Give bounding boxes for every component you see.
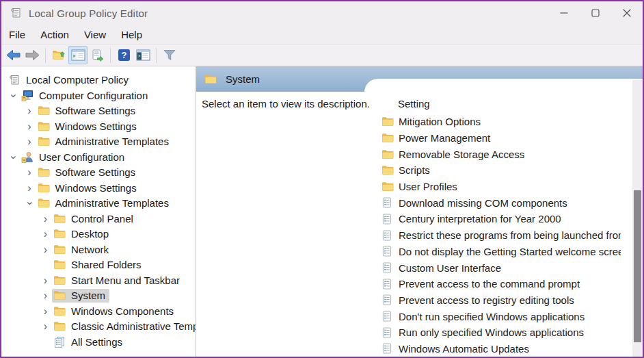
tree-item-label: Local Computer Policy [26,74,129,86]
chevron-right-icon[interactable]: › [23,167,36,178]
list-item-removable-storage-access[interactable]: Removable Storage Access [381,146,621,162]
tree-item-system[interactable]: ›System [1,288,196,304]
scrollbar-thumb[interactable] [634,190,641,342]
tree-item-label: Administrative Templates [55,197,169,209]
list-item-user-profiles[interactable]: User Profiles [381,179,621,195]
tree-item-computer-configuration[interactable]: ›Computer Configuration [1,88,196,104]
chevron-right-icon[interactable]: › [39,244,52,255]
results-pane: System Select an item to view its descri… [196,66,643,357]
chevron-right-icon[interactable]: › [23,121,36,132]
tree-item-software-settings[interactable]: ›Software Settings [1,103,196,119]
console-tree: Local Computer Policy›Computer Configura… [1,73,196,350]
list-item-prevent-access-to-registry-editing-tools[interactable]: Prevent access to registry editing tools [381,292,621,309]
toolbar-separator [110,48,111,63]
back-button[interactable] [3,46,23,64]
up-one-level-icon [52,49,66,61]
policy-icon [8,74,21,86]
export-list-button[interactable] [88,46,107,64]
policy-setting-icon [381,327,394,338]
policy-setting-icon [381,294,394,305]
all-settings-icon [53,336,66,348]
up-one-level-button[interactable] [49,46,68,64]
list-item-custom-user-interface[interactable]: Custom User Interface [381,259,621,276]
chevron-down-icon[interactable]: › [8,89,19,102]
title-bar: Local Group Policy Editor [1,1,643,25]
chevron-right-icon[interactable]: › [23,136,36,147]
tree-item-windows-components[interactable]: ›Windows Components [1,304,196,320]
tree-item-windows-settings[interactable]: ›Windows Settings [1,119,196,135]
folder-icon [53,274,66,286]
chevron-right-icon[interactable]: › [39,275,52,286]
folder-icon [204,74,217,85]
folder-icon [53,290,66,301]
folder-icon [53,320,66,332]
tree-item-network[interactable]: ›Network [1,242,196,258]
list-item-don-t-run-specified-windows-applications[interactable]: Don't run specified Windows applications [381,308,621,324]
list-item-do-not-display-the-getting-started-welcome-screen-at[interactable]: Do not display the Getting Started welco… [381,244,621,260]
list-item-century-interpretation-for-year-2000[interactable]: Century interpretation for Year 2000 [381,211,621,227]
setting-column-header[interactable]: Setting [398,98,430,110]
toolbar-separator [156,48,157,63]
list-item-mitigation-options[interactable]: Mitigation Options [381,114,621,130]
menu-file[interactable]: File [1,27,33,42]
tree-item-desktop[interactable]: ›Desktop [1,227,196,242]
tree-item-label: Windows Components [71,305,174,317]
action-pane-icon [136,49,150,61]
list-item-label: Restrict these programs from being launc… [399,229,621,241]
policy-setting-icon [381,343,394,354]
list-item-label: Power Management [399,132,490,144]
help-button[interactable]: ? [114,46,133,64]
show-hide-console-tree-button[interactable] [68,46,88,64]
chevron-right-icon[interactable]: › [23,105,36,116]
chevron-right-icon[interactable]: › [39,321,52,332]
chevron-down-icon[interactable]: › [8,151,19,164]
list-item-label: Prevent access to registry editing tools [399,294,574,306]
tree-item-content: Windows Settings [36,181,141,195]
policy-setting-icon [381,262,394,273]
tree-item-user-configuration[interactable]: ›User Configuration [1,150,196,166]
tree-item-local-computer-policy[interactable]: Local Computer Policy [1,73,196,88]
filter-button[interactable] [160,46,179,64]
list-item-windows-automatic-updates[interactable]: Windows Automatic Updates [381,341,621,357]
tree-item-all-settings[interactable]: ›All Settings [1,335,196,350]
chevron-right-icon[interactable]: › [39,229,52,240]
vertical-scrollbar[interactable] [632,80,643,357]
chevron-down-icon[interactable]: › [24,197,35,210]
list-item-download-missing-com-components[interactable]: Download missing COM components [381,194,621,211]
folder-icon [53,244,66,255]
list-item-restrict-these-programs-from-being-launched-from-h[interactable]: Restrict these programs from being launc… [381,227,621,244]
close-button[interactable] [611,1,643,25]
list-item-scripts[interactable]: Scripts [381,162,621,179]
chevron-right-icon[interactable]: › [39,306,52,317]
tree-item-windows-settings[interactable]: ›Windows Settings [1,181,196,196]
tree-item-administrative-templates[interactable]: ›Administrative Templates [1,134,196,150]
tree-item-software-settings[interactable]: ›Software Settings [1,165,196,181]
folder-icon [38,136,51,147]
export-list-icon [91,49,104,62]
folder-icon [381,133,394,144]
folder-icon [381,165,394,176]
menu-view[interactable]: View [77,27,113,42]
tree-item-control-panel[interactable]: ›Control Panel [1,212,196,227]
list-item-prevent-access-to-the-command-prompt[interactable]: Prevent access to the command prompt [381,276,621,292]
show-hide-action-pane-button[interactable] [133,46,152,64]
tree-item-shared-folders[interactable]: ›Shared Folders [1,257,196,273]
chevron-right-icon[interactable]: › [39,214,52,225]
chevron-right-icon[interactable]: › [39,290,52,301]
chevron-right-icon[interactable]: › [23,183,36,194]
tree-item-administrative-templates[interactable]: ›Administrative Templates [1,196,196,212]
menu-action[interactable]: Action [33,27,77,42]
tree-item-start-menu-and-taskbar[interactable]: ›Start Menu and Taskbar [1,273,196,289]
list-item-label: Windows Automatic Updates [399,343,529,355]
list-item-power-management[interactable]: Power Management [381,130,621,146]
minimize-button[interactable] [548,1,580,25]
list-item-run-only-specified-windows-applications[interactable]: Run only specified Windows applications [381,324,621,341]
folder-icon [53,259,66,270]
tree-item-classic-administrative-temp[interactable]: ›Classic Administrative Temp [1,319,196,335]
maximize-button[interactable] [580,1,611,25]
tree-item-content: Network [52,243,113,257]
forward-button[interactable] [23,46,42,64]
menu-help[interactable]: Help [113,27,150,42]
policy-setting-icon [381,230,394,241]
folder-icon [53,305,66,317]
